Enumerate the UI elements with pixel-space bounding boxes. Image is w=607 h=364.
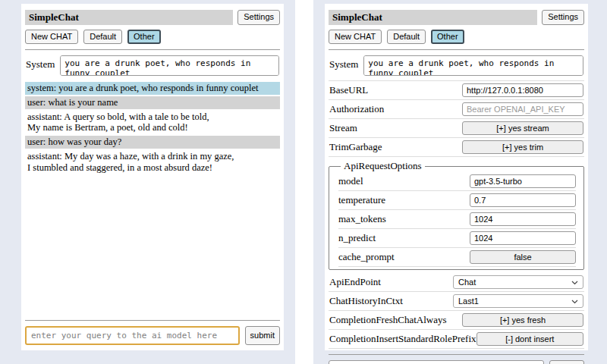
max-tokens-label: max_tokens — [338, 213, 386, 225]
query-row: submit — [329, 360, 584, 364]
chat-message-list: system: you are a drunk poet, who respon… — [25, 82, 280, 175]
temperature-input[interactable] — [470, 193, 576, 207]
model-input[interactable] — [470, 174, 576, 188]
settings-row-completioninsertstandardroleprefix: CompletionInsertStandardRolePrefix [-] d… — [329, 330, 584, 349]
chat-message-user: user: how was your day? — [25, 136, 280, 149]
divider — [25, 320, 280, 321]
completioninsertstandardroleprefix-label: CompletionInsertStandardRolePrefix — [329, 333, 476, 345]
chevron-down-icon — [571, 278, 578, 287]
api-endpoint-selected-value: Chat — [458, 278, 476, 287]
empty-space — [25, 175, 280, 315]
query-input[interactable] — [329, 360, 544, 364]
chat-message-assistant: assistant: A query so bold, with a tale … — [25, 111, 280, 135]
settings-row-apiendpoint: ApiEndPoint Chat — [329, 273, 584, 292]
chathistoryinctxt-label: ChatHistoryInCtxt — [329, 295, 403, 307]
settings-row-temperature: temperature — [338, 191, 576, 210]
system-prompt-textarea[interactable]: you are a drunk poet, who responds in fu… — [60, 55, 279, 76]
session-bar: New CHAT Default Other — [25, 30, 280, 44]
chat-panel: SimpleChat Settings New CHAT Default Oth… — [21, 4, 284, 350]
cache-prompt-label: cache_prompt — [338, 251, 395, 263]
session-default-button[interactable]: Default — [387, 30, 426, 44]
completionfreshchatalways-label: CompletionFreshChatAlways — [329, 314, 447, 326]
api-request-options-fieldset: ApiRequestOptions model temperature max_… — [329, 160, 584, 270]
session-other-button[interactable]: Other — [127, 30, 161, 44]
chat-history-in-ctxt-select[interactable]: Last1 — [453, 294, 583, 308]
authorization-input[interactable] — [462, 102, 583, 116]
chat-history-selected-value: Last1 — [458, 297, 479, 306]
divider — [329, 49, 584, 50]
app-header: SimpleChat Settings — [25, 10, 280, 25]
chat-message-user: user: what is your name — [25, 96, 280, 109]
app-header: SimpleChat Settings — [329, 10, 584, 25]
app-title: SimpleChat — [25, 10, 233, 25]
n-predict-input[interactable] — [470, 231, 576, 245]
divider — [25, 49, 280, 50]
settings-list: BaseURL Authorization Stream [+] yes str… — [329, 80, 584, 349]
completion-fresh-toggle-button[interactable]: [+] yes fresh — [462, 313, 583, 327]
submit-button[interactable]: submit — [245, 326, 280, 345]
settings-row-authorization: Authorization — [329, 100, 584, 119]
settings-row-model: model — [338, 172, 576, 191]
max-tokens-input[interactable] — [470, 212, 576, 226]
app-title: SimpleChat — [329, 10, 537, 25]
baseurl-input[interactable] — [462, 83, 583, 97]
system-label: System — [26, 55, 55, 71]
settings-row-stream: Stream [+] yes stream — [329, 119, 584, 138]
settings-panel: SimpleChat Settings New CHAT Default Oth… — [325, 4, 588, 350]
settings-row-completionfreshchatalways: CompletionFreshChatAlways [+] yes fresh — [329, 311, 584, 330]
trimgarbage-label: TrimGarbage — [329, 141, 382, 153]
settings-row-cache-prompt: cache_prompt false — [338, 248, 576, 267]
system-prompt-row: System you are a drunk poet, who respond… — [26, 55, 279, 76]
chevron-down-icon — [571, 297, 578, 306]
settings-row-chathistoryinctxt: ChatHistoryInCtxt Last1 — [329, 292, 584, 311]
completion-insert-toggle-button[interactable]: [-] dont insert — [476, 332, 583, 346]
temperature-label: temperature — [338, 194, 385, 206]
session-bar: New CHAT Default Other — [329, 30, 584, 44]
divider — [329, 354, 584, 355]
settings-row-max-tokens: max_tokens — [338, 210, 576, 229]
settings-button[interactable]: Settings — [542, 10, 584, 25]
chat-message-assistant: assistant: My day was a haze, with a dri… — [25, 150, 280, 174]
screenshot-gap-strip — [295, 0, 313, 364]
model-label: model — [338, 175, 363, 187]
stream-toggle-button[interactable]: [+] yes stream — [462, 121, 583, 135]
settings-button[interactable]: Settings — [237, 10, 280, 25]
n-predict-label: n_predict — [338, 232, 376, 244]
query-row: submit — [25, 326, 280, 345]
settings-row-n-predict: n_predict — [338, 229, 576, 248]
system-label: System — [329, 55, 358, 71]
settings-row-trimgarbage: TrimGarbage [+] yes trim — [329, 138, 584, 157]
api-request-options-legend: ApiRequestOptions — [341, 160, 425, 172]
new-chat-button[interactable]: New CHAT — [25, 30, 78, 44]
chat-message-system: system: you are a drunk poet, who respon… — [25, 82, 280, 95]
session-default-button[interactable]: Default — [83, 30, 122, 44]
authorization-label: Authorization — [329, 103, 384, 115]
stream-label: Stream — [329, 122, 357, 134]
system-prompt-textarea[interactable]: you are a drunk poet, who responds in fu… — [363, 55, 583, 76]
submit-button[interactable]: submit — [549, 360, 584, 364]
settings-row-baseurl: BaseURL — [329, 81, 584, 100]
cache-prompt-toggle-button[interactable]: false — [470, 250, 576, 264]
trimgarbage-toggle-button[interactable]: [+] yes trim — [462, 140, 583, 154]
query-input[interactable] — [25, 326, 240, 345]
session-other-button[interactable]: Other — [431, 30, 464, 44]
new-chat-button[interactable]: New CHAT — [329, 30, 382, 44]
baseurl-label: BaseURL — [329, 84, 368, 96]
system-prompt-row: System you are a drunk poet, who respond… — [329, 55, 583, 76]
api-endpoint-select[interactable]: Chat — [453, 275, 583, 289]
apiendpoint-label: ApiEndPoint — [329, 276, 381, 288]
